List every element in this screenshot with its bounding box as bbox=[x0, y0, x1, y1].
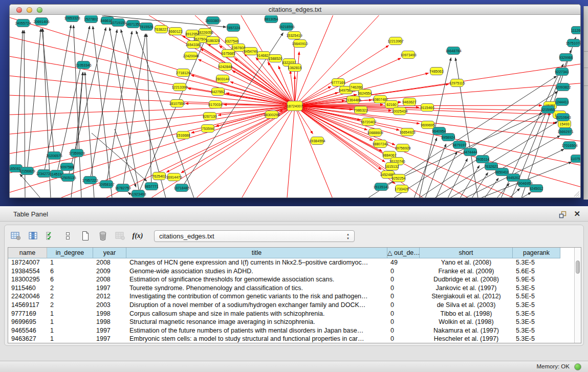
table-row[interactable]: 1830029562008Estimation of significance … bbox=[8, 275, 581, 284]
memory-ok-indicator bbox=[574, 363, 581, 370]
table-settings-icon[interactable] bbox=[10, 230, 22, 242]
graph-node-label: 8813054 bbox=[264, 17, 278, 21]
table-cell-out_degree: 49 bbox=[387, 258, 420, 267]
graph-node-label: 19218596 bbox=[278, 25, 294, 29]
graph-edge[interactable] bbox=[90, 30, 117, 180]
graph-edge[interactable] bbox=[10, 106, 295, 177]
table-row[interactable]: 911546021997Tourette syndrome. Phenomeno… bbox=[8, 284, 581, 293]
graph-edge[interactable] bbox=[460, 165, 480, 198]
graph-node-label: 12975115 bbox=[449, 81, 465, 85]
column-header-out_degree[interactable]: △ out_de… bbox=[387, 248, 420, 258]
float-window-icon[interactable] bbox=[559, 211, 567, 218]
table-row[interactable]: 1456911722003Disruption of a novel membe… bbox=[8, 301, 581, 310]
table-cell-name: 19384554 bbox=[8, 267, 47, 276]
table-cell-name: 9115460 bbox=[8, 284, 47, 293]
graph-node-label: 8267130 bbox=[203, 115, 216, 118]
table-cell-name: 22420046 bbox=[8, 292, 47, 301]
delete-column-icon[interactable] bbox=[97, 230, 109, 242]
table-row[interactable]: 2242004622012Investigating the contribut… bbox=[8, 292, 581, 301]
graph-node-label: 9850410 bbox=[495, 170, 509, 174]
table-row[interactable]: 977716911998Corpus callosum shape and si… bbox=[8, 310, 581, 318]
close-panel-icon[interactable]: ✕ bbox=[574, 209, 580, 218]
column-header-pagerank[interactable]: pagerank bbox=[513, 248, 560, 258]
close-button[interactable] bbox=[16, 7, 22, 13]
column-header-year[interactable]: year bbox=[93, 248, 126, 258]
graph-node-label: 9097588 bbox=[60, 165, 74, 169]
graph-node-label: 15692971 bbox=[557, 130, 573, 134]
column-header-title[interactable]: title bbox=[126, 248, 387, 258]
resize-grip[interactable] bbox=[573, 190, 580, 197]
column-header-in_degree[interactable]: in_degree bbox=[47, 248, 93, 258]
graph-node-label: 13718485 bbox=[173, 186, 189, 190]
graph-edge[interactable] bbox=[425, 144, 446, 198]
table-row[interactable]: 1872400712008Changes of HCN gene express… bbox=[8, 258, 581, 267]
table-row[interactable]: 1938455462009Genome-wide association stu… bbox=[8, 267, 581, 276]
table-cell-out_degree: 0 bbox=[387, 318, 420, 326]
table-row[interactable]: 946362711997Embryonic stem cells: a mode… bbox=[8, 335, 581, 343]
select-all-icon[interactable] bbox=[45, 230, 57, 242]
show-columns-icon[interactable] bbox=[27, 230, 39, 242]
graph-edge[interactable] bbox=[485, 178, 498, 198]
graph-edge[interactable] bbox=[16, 30, 23, 168]
graph-node-label: 24055724 bbox=[15, 21, 31, 25]
table-cell-title: Tourette syndrome. Phenomenology and cla… bbox=[126, 284, 387, 293]
table-cell-pagerank: 5.3E-5 bbox=[513, 326, 560, 335]
graph-node-label: 1516688 bbox=[176, 134, 190, 137]
table-cell-pagerank: 5.9E-5 bbox=[513, 275, 560, 284]
graph-node-label: 16543382 bbox=[185, 43, 201, 47]
graph-node-label: 12213967 bbox=[387, 39, 403, 43]
table-cell-pagerank: 5.6E-5 bbox=[513, 267, 560, 276]
table-row[interactable]: 946554611997Estimation of the future num… bbox=[8, 326, 581, 335]
graph-edge[interactable] bbox=[106, 31, 132, 184]
create-column-icon[interactable] bbox=[79, 230, 92, 242]
table-cell-pagerank: 5.3E-5 bbox=[513, 335, 560, 343]
graph-edge[interactable] bbox=[294, 43, 295, 106]
graph-edge[interactable] bbox=[44, 25, 71, 173]
table-row[interactable]: 969969511998Structural magnetic resonanc… bbox=[8, 318, 581, 326]
table-cell-year: 2008 bbox=[93, 258, 126, 267]
graph-node-label: 18300295 bbox=[264, 113, 279, 117]
table-panel: Table Panel ✕ bbox=[0, 206, 588, 372]
function-builder-icon[interactable]: f(x) bbox=[132, 230, 144, 242]
graph-node-label: 8454749 bbox=[244, 50, 257, 53]
table-selector-dropdown[interactable]: citations_edges.txt ▲▼ bbox=[154, 230, 355, 242]
network-view-window[interactable]: citations_edges.txt 76382278660123891295… bbox=[9, 4, 581, 198]
table-panel-titlebar[interactable]: Table Panel ✕ bbox=[0, 206, 588, 222]
graph-node-label: 8945202 bbox=[506, 176, 520, 180]
graph-node-label: 11923468 bbox=[130, 192, 146, 196]
graph-edge[interactable] bbox=[295, 106, 337, 198]
table-cell-year: 2008 bbox=[93, 275, 126, 284]
network-window-titlebar[interactable]: citations_edges.txt bbox=[10, 5, 580, 15]
graph-edge[interactable] bbox=[42, 29, 54, 156]
graph-edge[interactable] bbox=[10, 106, 295, 115]
scrollbar-thumb[interactable] bbox=[576, 260, 580, 274]
graph-edge[interactable] bbox=[235, 106, 295, 198]
column-header-name[interactable]: name bbox=[8, 248, 47, 258]
vertical-scrollbar[interactable] bbox=[574, 248, 581, 343]
graph-node-label: 9699695 bbox=[421, 123, 434, 127]
citation-network-graph[interactable]: 7638227866012389129541822605816275048165… bbox=[10, 15, 580, 198]
graph-edge[interactable] bbox=[10, 95, 295, 106]
graph-edge[interactable] bbox=[448, 159, 468, 198]
table-browser: f(x) citations_edges.txt ▲▼ namein_degre… bbox=[4, 225, 584, 346]
graph-edge[interactable] bbox=[92, 133, 147, 181]
table-cell-in_degree: 1 bbox=[47, 326, 93, 335]
graph-node-label: 12093822 bbox=[555, 85, 571, 89]
graph-edge[interactable] bbox=[20, 174, 40, 198]
zoom-button[interactable] bbox=[37, 7, 42, 13]
graph-edge[interactable] bbox=[295, 84, 449, 106]
graph-edge[interactable] bbox=[10, 33, 295, 106]
table-cell-year: 2003 bbox=[93, 301, 126, 310]
table-cell-short: Dudbridge et al. (2008) bbox=[420, 275, 513, 284]
graph-node-label: 9884067 bbox=[382, 154, 396, 157]
column-header-short[interactable]: short bbox=[420, 248, 513, 258]
graph-node-label: 8186328 bbox=[206, 39, 220, 42]
selection-list-icon[interactable] bbox=[62, 230, 74, 242]
graph-node-label: 1527802 bbox=[84, 17, 98, 21]
network-canvas[interactable]: 7638227866012389129541822605816275048165… bbox=[10, 15, 580, 198]
graph-node-label: 14671355 bbox=[125, 23, 141, 26]
minimize-button[interactable] bbox=[27, 7, 32, 13]
graph-node-label: 62160 bbox=[386, 103, 397, 106]
graph-edge[interactable] bbox=[286, 106, 295, 198]
table-header-row: namein_degreeyeartitle△ out_de…shortpage… bbox=[8, 248, 581, 258]
